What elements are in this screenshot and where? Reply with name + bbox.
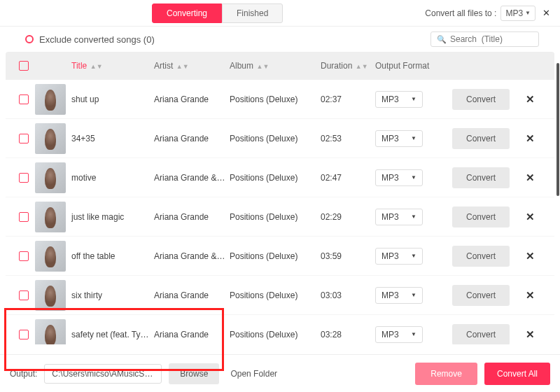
cell-title: off the table	[71, 251, 154, 261]
cell-artist: Ariana Grande	[154, 290, 230, 300]
cell-artist: Ariana Grande & …	[154, 173, 230, 183]
tab-converting[interactable]: Converting	[152, 4, 222, 23]
open-folder-button[interactable]: Open Folder	[230, 369, 277, 379]
cell-title: just like magic	[71, 212, 154, 222]
cell-album: Positions (Deluxe)	[230, 212, 321, 222]
row-format-select[interactable]: MP3▼	[375, 248, 423, 265]
select-all-checkbox[interactable]	[19, 61, 29, 71]
row-format-select[interactable]: MP3▼	[375, 91, 423, 108]
cell-title: six thirty	[71, 290, 154, 300]
bottom-bar: Output: C:\Users\micso\AMusicSoft … Brow…	[0, 354, 560, 392]
row-format-select[interactable]: MP3▼	[375, 287, 423, 304]
row-format-select[interactable]: MP3▼	[375, 326, 423, 343]
cell-album: Positions (Deluxe)	[230, 290, 321, 300]
table-row: six thirtyAriana GrandePositions (Deluxe…	[6, 276, 554, 315]
album-art	[35, 202, 66, 232]
row-checkbox[interactable]	[19, 134, 29, 144]
exclude-label: Exclude converted songs (0)	[39, 34, 155, 45]
exclude-radio-icon[interactable]	[25, 35, 34, 43]
cell-duration: 02:29	[321, 212, 375, 222]
chevron-down-icon: ▼	[411, 174, 416, 181]
cell-artist: Ariana Grande	[154, 134, 230, 144]
cell-duration: 03:03	[321, 290, 375, 300]
search-icon: 🔍	[437, 35, 447, 44]
row-format-select[interactable]: MP3▼	[375, 209, 423, 225]
cell-duration: 02:47	[321, 173, 375, 183]
cell-duration: 03:28	[321, 330, 375, 340]
filter-bar: Exclude converted songs (0) 🔍	[0, 27, 560, 52]
delete-icon[interactable]: ✕	[526, 132, 535, 144]
row-checkbox[interactable]	[19, 173, 29, 183]
cell-artist: Ariana Grande	[154, 94, 230, 104]
remove-button[interactable]: Remove	[415, 363, 477, 385]
delete-icon[interactable]: ✕	[526, 289, 535, 301]
cell-duration: 02:37	[321, 94, 375, 104]
table-row: just like magicAriana GrandePositions (D…	[6, 197, 554, 237]
close-icon[interactable]: ✕	[542, 8, 550, 18]
header-output-format: Output Format	[375, 61, 452, 71]
album-art	[35, 280, 66, 311]
search-box[interactable]: 🔍	[430, 31, 539, 47]
tab-finished[interactable]: Finished	[222, 4, 283, 23]
output-path: C:\Users\micso\AMusicSoft …	[44, 364, 162, 384]
cell-duration: 02:53	[321, 134, 375, 144]
chevron-down-icon: ▼	[411, 253, 416, 259]
header-duration[interactable]: Duration ▲▼	[321, 61, 375, 71]
header-title[interactable]: Title ▲▼	[71, 61, 154, 71]
convert-button[interactable]: Convert	[452, 128, 510, 149]
chevron-down-icon: ▼	[411, 292, 416, 298]
album-art	[35, 319, 66, 345]
header-artist[interactable]: Artist ▲▼	[154, 61, 230, 71]
chevron-down-icon: ▼	[411, 135, 416, 141]
chevron-down-icon: ▼	[411, 214, 416, 220]
row-checkbox[interactable]	[19, 290, 29, 300]
cell-title: motive	[71, 173, 154, 183]
delete-icon[interactable]: ✕	[526, 211, 535, 223]
album-art	[35, 84, 66, 115]
output-label: Output:	[10, 369, 37, 379]
convert-button[interactable]: Convert	[452, 206, 510, 227]
top-bar: Converting Finished Convert all files to…	[0, 0, 560, 27]
cell-artist: Ariana Grande	[154, 212, 230, 222]
cell-title: 34+35	[71, 134, 154, 144]
album-art	[35, 241, 66, 272]
table-row: 34+35Ariana GrandePositions (Deluxe)02:5…	[6, 119, 554, 158]
delete-icon[interactable]: ✕	[526, 328, 535, 340]
cell-artist: Ariana Grande & …	[154, 251, 230, 261]
convert-all-label: Convert all files to : MP3▼	[425, 6, 536, 21]
global-format-select[interactable]: MP3▼	[500, 6, 536, 21]
convert-button[interactable]: Convert	[452, 89, 510, 110]
browse-button[interactable]: Browse	[169, 363, 219, 384]
convert-button[interactable]: Convert	[452, 246, 510, 267]
scrollbar-thumb[interactable]	[556, 63, 559, 196]
row-checkbox[interactable]	[19, 212, 29, 222]
table-row: shut upAriana GrandePositions (Deluxe)02…	[6, 80, 554, 119]
cell-artist: Ariana Grande	[154, 330, 230, 340]
cell-album: Positions (Deluxe)	[230, 251, 321, 261]
row-checkbox[interactable]	[19, 330, 29, 340]
mode-tabs: Converting Finished	[152, 4, 283, 23]
row-format-select[interactable]: MP3▼	[375, 130, 423, 147]
convert-all-button[interactable]: Convert All	[484, 363, 550, 385]
convert-button[interactable]: Convert	[452, 167, 510, 188]
convert-button[interactable]: Convert	[452, 324, 510, 345]
delete-icon[interactable]: ✕	[526, 250, 535, 262]
album-art	[35, 123, 66, 154]
cell-album: Positions (Deluxe)	[230, 134, 321, 144]
convert-button[interactable]: Convert	[452, 285, 510, 306]
delete-icon[interactable]: ✕	[526, 172, 535, 183]
search-input[interactable]	[450, 34, 533, 44]
track-grid: Title ▲▼ Artist ▲▼ Album ▲▼ Duration ▲▼ …	[0, 52, 560, 344]
cell-duration: 03:59	[321, 251, 375, 261]
cell-album: Positions (Deluxe)	[230, 173, 321, 183]
track-rows: shut upAriana GrandePositions (Deluxe)02…	[6, 80, 554, 344]
table-row: off the tableAriana Grande & …Positions …	[6, 237, 554, 276]
row-format-select[interactable]: MP3▼	[375, 169, 423, 186]
row-checkbox[interactable]	[19, 251, 29, 261]
header-album[interactable]: Album ▲▼	[230, 61, 321, 71]
row-checkbox[interactable]	[19, 94, 29, 104]
delete-icon[interactable]: ✕	[526, 93, 535, 105]
cell-title: safety net (feat. Ty …	[71, 330, 154, 340]
cell-album: Positions (Deluxe)	[230, 330, 321, 340]
album-art	[35, 162, 66, 193]
